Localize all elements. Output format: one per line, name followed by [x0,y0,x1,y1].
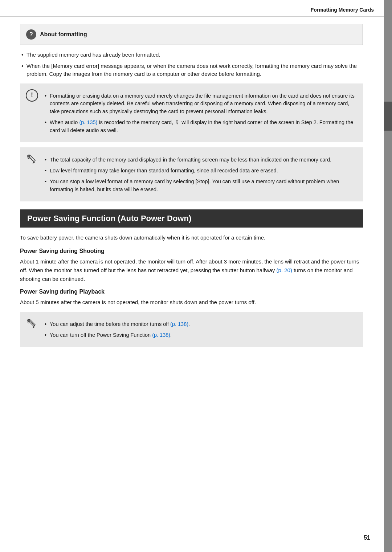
note-box-1: The total capacity of the memory card di… [20,147,363,201]
page-container: Formatting Memory Cards ? About formatti… [0,0,392,552]
about-formatting-label: About formatting [40,31,87,38]
shooting-text: About 1 minute after the camera is not o… [20,257,363,283]
note-bullets-2: You can adjust the time before the monit… [43,320,357,339]
note-bullet-1: The total capacity of the memory card di… [43,156,357,164]
warning-bullets: Formatting or erasing data on a memory c… [43,92,357,135]
page-header: Formatting Memory Cards [0,0,392,17]
note2-bullet-2: You can turn off the Power Saving Functi… [43,331,357,339]
about-formatting-bullets: The supplied memory card has already bee… [20,51,363,78]
note-bullets-1: The total capacity of the memory card di… [43,156,357,193]
section-intro: To save battery power, the camera shuts … [20,233,363,242]
playback-title: Power Saving during Playback [20,289,363,295]
warning-bullet-2: When audio (p. 135) is recorded to the m… [43,119,357,135]
about-formatting-box: ? About formatting [20,24,363,45]
playback-text: About 5 minutes after the camera is not … [20,298,363,307]
note-bullet-2: Low level formatting may take longer tha… [43,167,357,175]
note2-link-p138-1[interactable]: (p. 138) [170,321,188,327]
page-header-title: Formatting Memory Cards [311,7,374,13]
bullet-item-1: The supplied memory card has already bee… [20,51,363,59]
warning-box: ! Formatting or erasing data on a memory… [20,83,363,143]
shooting-link-p20[interactable]: (p. 20) [277,267,292,273]
warning-bullet-1: Formatting or erasing data on a memory c… [43,92,357,116]
warning-link-p135[interactable]: (p. 135) [79,119,97,125]
section-title: Power Saving Function (Auto Power Down) [27,214,191,223]
warning-content: Formatting or erasing data on a memory c… [43,89,357,138]
shooting-title: Power Saving during Shooting [20,248,363,254]
warning-icon: ! [26,89,38,102]
page-number: 51 [364,535,370,541]
note-pencil-icon [26,153,38,165]
note-content-2: You can adjust the time before the monit… [43,317,357,342]
side-tab-marker [384,102,392,131]
note2-link-p138-2[interactable]: (p. 138) [152,332,170,338]
question-icon: ? [26,29,36,40]
note-pencil-icon-2 [26,318,38,330]
main-content: ? About formatting The supplied memory c… [0,17,392,363]
note2-bullet-1: You can adjust the time before the monit… [43,320,357,328]
note-content-1: The total capacity of the memory card di… [43,152,357,196]
section-title-box: Power Saving Function (Auto Power Down) [20,209,363,228]
power-saving-section: Power Saving Function (Auto Power Down) … [20,209,363,347]
note-box-2: You can adjust the time before the monit… [20,312,363,347]
side-tab [384,0,392,552]
note-bullet-3: You can stop a low level format of a mem… [43,178,357,194]
about-formatting-title: ? About formatting [26,29,357,40]
bullet-item-2: When the [Memory card error] message app… [20,62,363,78]
